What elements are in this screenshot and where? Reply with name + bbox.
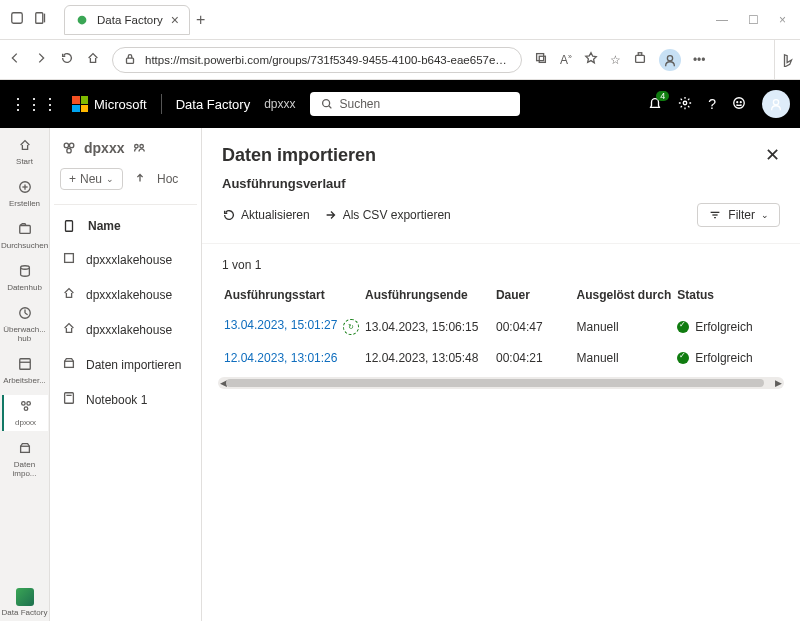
url-text: https://msit.powerbi.com/groups/731f5349… xyxy=(145,54,511,66)
search-input[interactable]: Suchen xyxy=(310,92,520,116)
rail-item-dpxxx[interactable]: dpxxx xyxy=(2,395,48,431)
rail-item-datahub[interactable]: Datenhub xyxy=(2,260,48,296)
collections-icon[interactable] xyxy=(34,11,48,28)
nav-rail: Start Erstellen Durchsuchen Datenhub Übe… xyxy=(0,128,50,621)
svg-point-30 xyxy=(69,143,73,147)
window-maximize-icon[interactable]: ☐ xyxy=(748,13,759,27)
new-tab-button[interactable]: + xyxy=(196,11,205,29)
rail-item-fabric[interactable]: Data Factory xyxy=(2,584,48,621)
user-avatar[interactable] xyxy=(762,90,790,118)
tab-title: Data Factory xyxy=(97,14,163,26)
workspace-list-panel: dpxxx + Neu ⌄ Hoc Name dpxxxlakehouse dp… xyxy=(50,128,202,621)
new-button[interactable]: + Neu ⌄ xyxy=(60,168,123,190)
svg-line-11 xyxy=(328,106,331,109)
svg-rect-6 xyxy=(539,56,545,62)
svg-rect-20 xyxy=(19,226,30,234)
success-icon xyxy=(677,352,689,364)
svg-point-29 xyxy=(64,143,68,147)
table-row[interactable]: 13.04.2023, 15:01:27↻ 13.04.2023, 15:06:… xyxy=(218,310,784,343)
favorites-list-icon[interactable]: ☆ xyxy=(610,53,621,67)
export-csv-button[interactable]: Als CSV exportieren xyxy=(324,208,451,222)
svg-point-16 xyxy=(773,100,778,105)
horizontal-scrollbar[interactable]: ◀ ▶ xyxy=(218,377,784,389)
svg-point-15 xyxy=(740,101,741,102)
nav-forward-icon[interactable] xyxy=(34,51,48,68)
svg-rect-37 xyxy=(65,393,74,404)
running-icon: ↻ xyxy=(343,319,359,335)
list-item[interactable]: Daten importieren xyxy=(54,348,197,381)
svg-point-10 xyxy=(322,100,329,107)
app-launcher-icon[interactable]: ⋮⋮⋮ xyxy=(10,95,58,114)
svg-rect-36 xyxy=(65,361,74,367)
svg-rect-35 xyxy=(65,254,74,263)
tab-favicon xyxy=(75,13,89,27)
upload-icon[interactable] xyxy=(133,171,147,188)
browser-tab[interactable]: Data Factory × xyxy=(64,5,190,35)
svg-point-9 xyxy=(667,55,672,60)
bing-sidebar-icon[interactable] xyxy=(774,40,800,79)
svg-rect-1 xyxy=(36,13,43,24)
svg-point-33 xyxy=(140,145,144,149)
svg-point-21 xyxy=(20,266,29,270)
browser-avatar[interactable] xyxy=(659,49,681,71)
svg-point-25 xyxy=(21,402,25,406)
svg-point-3 xyxy=(78,15,87,24)
list-columns-header: Name xyxy=(54,213,197,241)
list-item[interactable]: dpxxxlakehouse xyxy=(54,243,197,276)
list-item[interactable]: dpxxxlakehouse xyxy=(54,278,197,311)
url-input[interactable]: https://msit.powerbi.com/groups/731f5349… xyxy=(112,47,522,73)
window-close-icon[interactable]: × xyxy=(779,13,786,27)
main-panel: Daten importieren ✕ Ausführungsverlauf A… xyxy=(202,128,800,621)
favorite-icon[interactable] xyxy=(584,51,598,68)
svg-rect-28 xyxy=(20,446,29,452)
svg-point-32 xyxy=(135,145,139,149)
feedback-icon[interactable] xyxy=(732,96,746,113)
section-title: Ausführungsverlauf xyxy=(202,172,800,197)
settings-icon[interactable] xyxy=(678,96,692,113)
more-icon[interactable]: ••• xyxy=(693,53,706,67)
nav-back-icon[interactable] xyxy=(8,51,22,68)
svg-point-13 xyxy=(734,97,745,108)
page-title: Daten importieren xyxy=(222,145,376,166)
svg-rect-8 xyxy=(638,53,642,56)
svg-rect-7 xyxy=(636,55,645,62)
nav-home-icon[interactable] xyxy=(86,51,100,68)
workspace-header: dpxxx xyxy=(54,136,197,160)
rail-item-monitor[interactable]: Überwach... hub xyxy=(2,302,48,347)
table-row[interactable]: 12.04.2023, 13:01:26 12.04.2023, 13:05:4… xyxy=(218,343,784,373)
filter-button[interactable]: Filter⌄ xyxy=(697,203,780,227)
svg-point-14 xyxy=(737,101,738,102)
rail-item-start[interactable]: Start xyxy=(2,134,48,170)
profile-icon[interactable] xyxy=(10,11,24,28)
refresh-button[interactable]: Aktualisieren xyxy=(222,208,310,222)
close-panel-icon[interactable]: ✕ xyxy=(765,144,780,166)
rail-item-dataimport[interactable]: Daten impo... xyxy=(2,437,48,482)
svg-rect-4 xyxy=(127,58,134,63)
browser-addressbar: https://msit.powerbi.com/groups/731f5349… xyxy=(0,40,800,80)
lock-icon xyxy=(123,52,137,68)
workspace-name: dpxxx xyxy=(264,97,295,111)
svg-rect-5 xyxy=(537,54,544,61)
rail-item-browse[interactable]: Durchsuchen xyxy=(2,218,48,254)
product-name: Data Factory xyxy=(176,97,250,112)
list-item[interactable]: dpxxxlakehouse xyxy=(54,313,197,346)
svg-rect-0 xyxy=(12,13,23,24)
window-minimize-icon[interactable]: — xyxy=(716,13,728,27)
result-count: 1 von 1 xyxy=(202,244,800,280)
read-aloud-icon[interactable]: A» xyxy=(560,53,572,67)
svg-rect-34 xyxy=(66,221,73,232)
success-icon xyxy=(677,321,689,333)
copy-url-icon[interactable] xyxy=(534,51,548,68)
app-header: ⋮⋮⋮ Microsoft Data Factory dpxxx Suchen … xyxy=(0,80,800,128)
svg-point-27 xyxy=(24,407,28,411)
rail-item-create[interactable]: Erstellen xyxy=(2,176,48,212)
nav-refresh-icon[interactable] xyxy=(60,51,74,68)
help-icon[interactable]: ? xyxy=(708,96,716,112)
svg-point-31 xyxy=(67,148,71,152)
list-item[interactable]: Notebook 1 xyxy=(54,383,197,416)
rail-item-workspaces[interactable]: Arbeitsber... xyxy=(2,353,48,389)
extensions-icon[interactable] xyxy=(633,51,647,68)
workspace-settings-icon[interactable] xyxy=(132,141,146,155)
tab-close-icon[interactable]: × xyxy=(171,12,179,28)
notifications-icon[interactable]: 4 xyxy=(648,96,662,113)
